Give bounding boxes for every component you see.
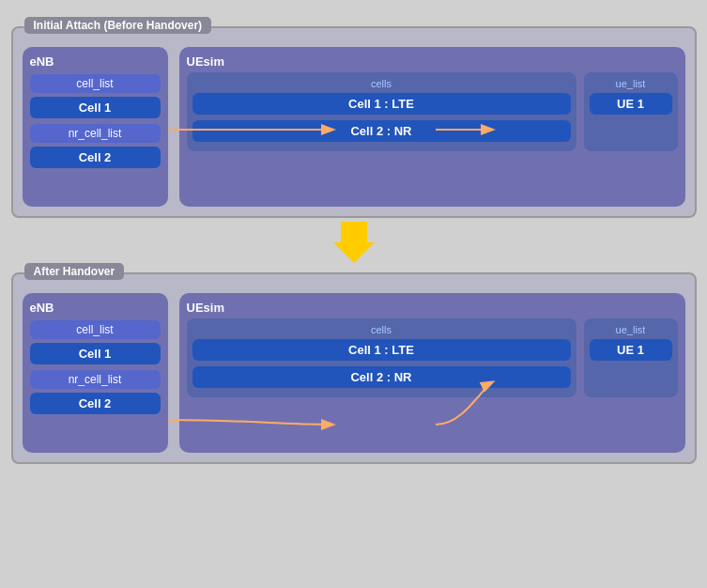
arrow-head [333, 242, 375, 263]
ue1-bottom: UE 1 [590, 339, 672, 361]
cells-label-top: cells [192, 78, 571, 89]
uesim-box-bottom: UEsim cells Cell 1 : LTE Cell 2 : NR ue_… [179, 293, 685, 453]
uesim-box-top: UEsim cells Cell 1 : LTE Cell 2 : NR ue_… [179, 47, 685, 207]
cell2-bottom: Cell 2 [30, 393, 161, 414]
cell1-lte-bottom: Cell 1 : LTE [192, 339, 571, 361]
ue-list-group-top: ue_list UE 1 [584, 72, 678, 151]
enb-label-bottom: eNB [30, 301, 161, 315]
cell1-lte-top: Cell 1 : LTE [192, 93, 571, 115]
cell2-top: Cell 2 [30, 147, 161, 168]
down-arrow-container [333, 224, 375, 261]
cell-list-label-top: cell_list [30, 74, 161, 93]
enb-box-bottom: eNB cell_list Cell 1 nr_cell_list Cell 2 [23, 293, 168, 453]
arrow-shaft [341, 222, 367, 242]
nr-cell-list-label-top: nr_cell_list [30, 124, 161, 143]
bottom-section: After Handover eNB cell_list Cell 1 nr_c… [11, 272, 697, 464]
bottom-section-title: After Handover [24, 263, 125, 280]
cell2-nr-bottom: Cell 2 : NR [192, 366, 571, 388]
ue1-top: UE 1 [590, 93, 672, 115]
uesim-label-bottom: UEsim [187, 301, 678, 315]
top-section: Initial Attach (Before Handover) eNB cel… [11, 26, 697, 218]
cell1-bottom: Cell 1 [30, 343, 161, 364]
ue-list-label-top: ue_list [590, 78, 672, 89]
cell2-nr-top: Cell 2 : NR [192, 120, 571, 142]
cells-group-top: cells Cell 1 : LTE Cell 2 : NR [187, 72, 576, 151]
big-down-arrow [333, 222, 375, 263]
uesim-label-top: UEsim [187, 54, 678, 69]
cells-group-bottom: cells Cell 1 : LTE Cell 2 : NR [187, 318, 576, 397]
enb-box-top: eNB cell_list Cell 1 nr_cell_list Cell 2 [23, 47, 168, 207]
ue-list-label-bottom: ue_list [590, 324, 672, 335]
enb-label-top: eNB [30, 54, 161, 69]
cell-list-label-bottom: cell_list [30, 320, 161, 339]
nr-cell-list-label-bottom: nr_cell_list [30, 370, 161, 389]
ue-list-group-bottom: ue_list UE 1 [584, 318, 678, 397]
top-section-title: Initial Attach (Before Handover) [24, 17, 212, 34]
cell1-top: Cell 1 [30, 97, 161, 118]
cells-label-bottom: cells [192, 324, 571, 335]
